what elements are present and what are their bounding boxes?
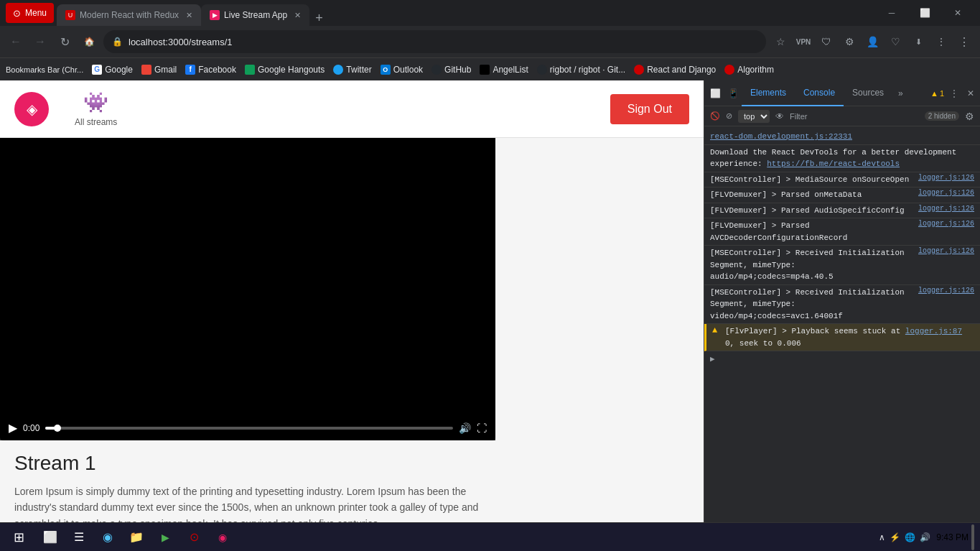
progress-dot	[54, 425, 61, 432]
taskbar-terminal[interactable]: ▶	[152, 524, 178, 550]
bookmark-bookmarks-bar[interactable]: Bookmarks Bar (Chr...	[6, 65, 83, 74]
stream-description: Lorem Ipsum is simply dummy text of the …	[14, 483, 503, 522]
extensions-icon[interactable]: ⚙	[839, 32, 859, 52]
taskbar-explorer[interactable]: 📁	[123, 524, 149, 550]
vpn-icon[interactable]: VPN	[793, 32, 813, 52]
progress-bar[interactable]	[45, 427, 453, 430]
taskbar-items: ⬜ ☰ ◉ 📁 ▶ ⊙ ◉	[32, 524, 879, 550]
warning-icon: ▲	[712, 325, 722, 335]
mse3-file[interactable]: logger.js:126	[918, 287, 974, 295]
mse3-text: [MSEController] > Received Initializatio…	[710, 287, 913, 323]
start-button[interactable]: ⊞	[6, 524, 32, 550]
devtools-tab-sources[interactable]: Sources	[844, 80, 892, 106]
close-btn[interactable]: ✕	[941, 0, 974, 26]
bookmark-outlook[interactable]: O Outlook	[381, 65, 423, 75]
console-tab-label: Console	[803, 88, 835, 98]
shield-icon[interactable]: 🛡	[816, 32, 836, 52]
flv2-file[interactable]: logger.js:126	[918, 205, 974, 213]
angellist-label: AngelList	[493, 65, 528, 75]
bookmark-rigbot[interactable]: rigbot / rigbot · Git...	[537, 65, 625, 75]
devtools-device-icon[interactable]: 📱	[725, 85, 742, 101]
taskbar-clock[interactable]: 9:43 PM	[936, 532, 969, 542]
flv3-file[interactable]: logger.js:126	[918, 220, 974, 228]
devtools-toggle[interactable]: ⋮	[954, 32, 974, 52]
gmail-favicon	[141, 65, 151, 75]
show-desktop-btn[interactable]	[971, 524, 974, 550]
devtools-tab-elements[interactable]: Elements	[742, 80, 795, 106]
volume-icon[interactable]: 🔊	[920, 532, 930, 542]
sys-icons: ∧ ⚡ 🌐 🔊	[879, 532, 930, 542]
all-streams-nav[interactable]: 👾 All streams	[63, 83, 129, 134]
console-entry-flv2: [FLVDemuxer] > Parsed AudioSpecificConfi…	[704, 203, 980, 219]
devtools-settings-icon[interactable]: ⋮	[947, 85, 961, 101]
more-tabs-icon[interactable]: »	[895, 85, 906, 101]
filter-label[interactable]: Filter	[790, 112, 919, 121]
mse1-text: [MSEController] > MediaSource onSourceOp…	[710, 174, 913, 186]
bookmark-twitter[interactable]: Twitter	[333, 65, 371, 75]
maximize-btn[interactable]: ⬜	[908, 0, 941, 26]
minimize-btn[interactable]: ─	[875, 0, 908, 26]
profile-icon[interactable]: 👤	[862, 32, 882, 52]
fullscreen-button[interactable]: ⛶	[477, 422, 487, 434]
tab-modern-react[interactable]: U Modern React with Redux ✕	[57, 4, 201, 26]
opera-menu-btn[interactable]: ⊙ Menu	[6, 3, 54, 23]
devtools-right-icons: ▲ 1 ⋮ ✕	[930, 85, 977, 101]
bluetooth-icon[interactable]: ⚡	[890, 532, 900, 542]
tab-live-stream[interactable]: ▶ Live Stream App ✕	[201, 4, 309, 26]
bookmark-gmail[interactable]: Gmail	[141, 65, 177, 75]
network-icon[interactable]: 🌐	[905, 532, 915, 542]
mse1-file[interactable]: logger.js:126	[918, 174, 974, 182]
tab1-close[interactable]: ✕	[186, 11, 192, 20]
google-label: Google	[105, 65, 133, 75]
warning-file-link[interactable]: logger.js:87	[905, 327, 962, 335]
sign-out-button[interactable]: Sign Out	[610, 94, 689, 124]
back-btn[interactable]: ←	[6, 32, 26, 52]
bookmark-facebook[interactable]: f Facebook	[185, 65, 236, 75]
eye-icon[interactable]: 👁	[775, 111, 784, 121]
taskbar-misc[interactable]: ◉	[210, 524, 235, 550]
flv1-file[interactable]: logger.js:126	[918, 189, 974, 197]
filter-icon[interactable]: ⊘	[726, 111, 732, 121]
taskbar-search[interactable]: ⬜	[37, 524, 63, 550]
toolbar-icons: ☆ VPN 🛡 ⚙ 👤 ♡ ⬇ ⋮ ⋮	[770, 32, 974, 52]
elements-tab-label: Elements	[750, 88, 786, 98]
volume-button[interactable]: 🔊	[459, 422, 471, 434]
fb-devtools-link[interactable]: https://fb.me/react-devtools	[767, 159, 900, 168]
forward-btn[interactable]: →	[30, 32, 50, 52]
heart-icon[interactable]: ♡	[885, 32, 905, 52]
console-settings-btn[interactable]: ⚙	[965, 111, 974, 122]
reload-btn[interactable]: ↻	[55, 32, 75, 52]
react-dom-link[interactable]: react-dom.development.js:22331	[710, 132, 852, 141]
mse2-file[interactable]: logger.js:126	[918, 247, 974, 255]
bookmark-google[interactable]: G Google	[92, 65, 133, 75]
play-button[interactable]: ▶	[9, 421, 17, 435]
hidden-badge: 2 hidden	[925, 111, 959, 121]
chevron-up-icon[interactable]: ∧	[879, 532, 885, 542]
bookmark-hangouts[interactable]: Google Hangouts	[245, 65, 325, 75]
devtools-close-icon[interactable]: ✕	[964, 85, 977, 101]
taskbar: ⊞ ⬜ ☰ ◉ 📁 ▶ ⊙ ◉ ∧ ⚡ 🌐 🔊 9:43 PM	[0, 522, 980, 551]
address-bar[interactable]: 🔒 localhost:3000/streams/1	[103, 30, 766, 53]
bookmark-algorithm[interactable]: Algorithm	[724, 65, 774, 75]
devtools-tab-console[interactable]: Console	[795, 80, 844, 106]
fb-label: Facebook	[198, 65, 236, 75]
bookmark-angellist[interactable]: AngelList	[480, 65, 528, 75]
bookmark-react-django[interactable]: React and Django	[634, 65, 716, 75]
devtools-cursor-icon[interactable]: ⬜	[707, 85, 724, 101]
expand-arrow[interactable]: ▶	[710, 354, 715, 364]
taskbar-edge[interactable]: ◉	[95, 524, 121, 550]
clear-console-btn[interactable]: 🚫	[710, 111, 720, 121]
download-icon[interactable]: ⬇	[908, 32, 928, 52]
more-icon[interactable]: ⋮	[931, 32, 951, 52]
gmail-label: Gmail	[154, 65, 177, 75]
new-tab-btn[interactable]: +	[309, 11, 329, 26]
taskbar-opera[interactable]: ⊙	[181, 524, 207, 550]
all-streams-label: All streams	[75, 117, 117, 127]
taskbar-task-view[interactable]: ☰	[66, 524, 92, 550]
bookmark-github[interactable]: GitHub	[431, 65, 471, 75]
video-player[interactable]	[0, 138, 495, 415]
tab2-close[interactable]: ✕	[294, 11, 301, 20]
bookmark-star-icon[interactable]: ☆	[770, 32, 790, 52]
context-select[interactable]: top	[738, 110, 770, 123]
devtools-tabbar: ⬜ 📱 Elements Console Sources »	[704, 80, 980, 106]
